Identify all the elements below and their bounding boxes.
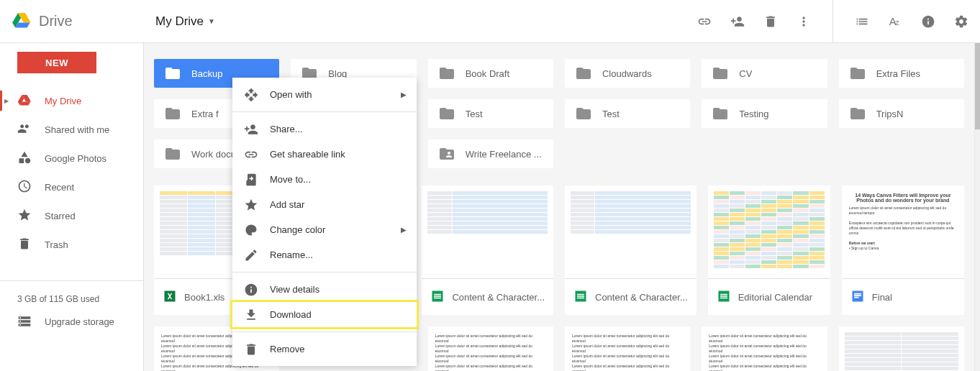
- chevron-right-icon: ▶: [401, 91, 407, 99]
- menu-item-download[interactable]: Download: [232, 302, 417, 327]
- storage-text: 3 GB of 115 GB used: [17, 294, 143, 304]
- settings-icon[interactable]: [954, 14, 968, 29]
- palette-icon: [244, 223, 258, 237]
- move-to-icon: [244, 173, 258, 187]
- trash-icon: [17, 237, 45, 253]
- header-actions: [697, 0, 968, 43]
- upgrade-storage-link[interactable]: Upgrade storage: [17, 314, 143, 329]
- folder-label: Backup: [191, 68, 222, 79]
- folder-icon: [849, 105, 866, 122]
- menu-item-share[interactable]: Share...: [232, 116, 417, 142]
- nav-item-starred[interactable]: Starred: [0, 201, 143, 230]
- rename-icon: [244, 248, 258, 262]
- sort-icon[interactable]: [888, 14, 902, 29]
- shared-icon: [17, 122, 45, 138]
- menu-item-move-to[interactable]: Move to...: [232, 167, 417, 192]
- nav-item-shared-with-me[interactable]: Shared with me: [0, 115, 143, 144]
- nav-item-trash[interactable]: Trash: [0, 230, 143, 259]
- file-card[interactable]: 14 Ways Canva Filters will Improve your …: [842, 186, 964, 315]
- file-card[interactable]: [839, 326, 964, 371]
- menu-divider: [232, 331, 417, 332]
- folder-label: Extra Files: [876, 68, 920, 79]
- add-person-icon[interactable]: [730, 14, 745, 29]
- file-card[interactable]: Editorial Calendar: [708, 186, 830, 315]
- menu-item-label: Open with: [270, 89, 312, 100]
- menu-divider: [232, 111, 417, 112]
- menu-item-label: Get shareable link: [270, 149, 345, 160]
- download-icon: [244, 308, 258, 322]
- folder-card[interactable]: Write Freelance ...: [428, 139, 553, 168]
- menu-item-change-color[interactable]: Change color▶: [232, 217, 417, 242]
- folder-label: Write Freelance ...: [466, 149, 542, 160]
- menu-item-get-shareable-link[interactable]: Get shareable link: [232, 142, 417, 167]
- details-icon[interactable]: [921, 14, 935, 29]
- folder-icon: [164, 65, 181, 82]
- menu-item-remove[interactable]: Remove: [232, 336, 417, 362]
- file-card[interactable]: Content & Character...: [565, 186, 697, 315]
- menu-item-rename[interactable]: Rename...: [232, 242, 417, 267]
- folder-card[interactable]: Test: [565, 99, 690, 128]
- folder-card[interactable]: Testing: [702, 99, 827, 128]
- folder-icon: [712, 105, 729, 122]
- folder-icon: [438, 105, 455, 122]
- file-card[interactable]: Lorem ipsum dolor sit amet consectetur a…: [565, 326, 690, 371]
- menu-item-label: Share...: [270, 124, 303, 134]
- menu-item-label: Add star: [270, 199, 304, 210]
- shared-folder-icon: [438, 145, 455, 162]
- breadcrumb-label: My Drive: [155, 14, 204, 29]
- get-link-icon[interactable]: [697, 14, 712, 29]
- nav-item-label: Recent: [45, 182, 74, 193]
- file-name: Book1.xls: [184, 292, 224, 303]
- folder-label: CV: [739, 68, 752, 79]
- recent-icon: [17, 179, 45, 196]
- vertical-scrollbar[interactable]: [974, 43, 980, 371]
- header: Drive My Drive ▼: [0, 0, 980, 43]
- menu-item-view-details[interactable]: View details: [232, 277, 417, 302]
- nav-item-label: My Drive: [45, 96, 81, 106]
- delete-icon[interactable]: [763, 14, 778, 29]
- file-card[interactable]: Lorem ipsum dolor sit amet consectetur a…: [428, 326, 553, 371]
- folder-label: Test: [602, 109, 620, 119]
- nav-item-label: Trash: [45, 239, 68, 250]
- menu-item-add-star[interactable]: Add star: [232, 192, 417, 217]
- logo-area[interactable]: Drive: [12, 10, 155, 32]
- chevron-right-icon: ▶: [4, 98, 9, 104]
- folder-card[interactable]: Test: [428, 99, 553, 128]
- folder-card[interactable]: Extra Files: [839, 59, 964, 88]
- docs-file-icon: [850, 289, 872, 306]
- folder-icon: [164, 105, 181, 122]
- app-name: Drive: [39, 13, 73, 29]
- folder-card[interactable]: CV: [702, 59, 827, 88]
- open-with-icon: [244, 88, 258, 102]
- nav-item-recent[interactable]: Recent: [0, 173, 143, 201]
- photos-icon: [17, 150, 45, 167]
- star-outline-icon: [244, 198, 258, 212]
- upgrade-label: Upgrade storage: [45, 316, 114, 327]
- list-view-icon[interactable]: [855, 14, 869, 29]
- new-button[interactable]: NEW: [17, 52, 96, 73]
- chevron-down-icon: ▼: [208, 17, 215, 25]
- nav-item-my-drive[interactable]: ▶My Drive: [0, 86, 143, 115]
- chevron-right-icon: ▶: [401, 226, 407, 234]
- menu-divider: [232, 272, 417, 272]
- trash-icon: [244, 342, 258, 357]
- folder-label: Test: [466, 109, 483, 119]
- more-options-icon[interactable]: [797, 14, 811, 29]
- share-person-icon: [244, 122, 258, 137]
- file-card[interactable]: Lorem ipsum dolor sit amet consectetur a…: [702, 326, 827, 371]
- folder-card[interactable]: Cloudwards: [565, 59, 690, 88]
- folder-card[interactable]: TripsN: [839, 99, 964, 128]
- sheets-file-icon: [573, 289, 595, 306]
- menu-item-label: Remove: [270, 344, 304, 354]
- sheets-file-icon: [717, 289, 738, 306]
- menu-item-open-with[interactable]: Open with▶: [232, 82, 417, 107]
- breadcrumb[interactable]: My Drive ▼: [155, 14, 215, 29]
- storage-icon: [17, 314, 32, 329]
- scroll-thumb[interactable]: [975, 43, 980, 129]
- folder-icon: [849, 65, 866, 82]
- nav-item-google-photos[interactable]: Google Photos: [0, 144, 143, 173]
- folder-icon: [164, 145, 181, 162]
- folder-card[interactable]: Book Draft: [428, 59, 553, 88]
- file-card[interactable]: Content & Character...: [422, 186, 553, 315]
- link-icon: [244, 147, 258, 162]
